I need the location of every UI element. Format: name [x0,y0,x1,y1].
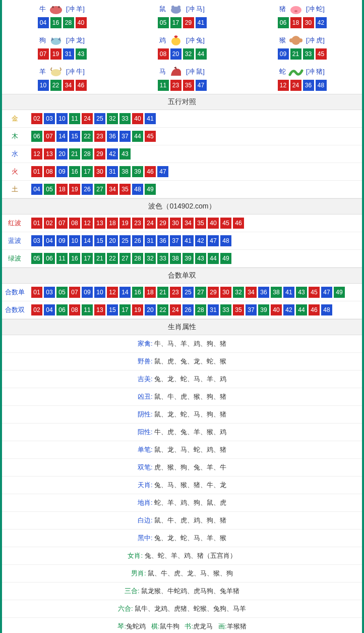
attr-value: 鼠、牛、虎、龙、马、猴、狗 [148,569,233,577]
num-badge: 36 [157,235,168,246]
row-label: 蓝波 [2,236,27,245]
num-badge: 23 [94,131,105,142]
rooster-icon [167,34,185,46]
num-badge: 19 [119,218,131,229]
num-badge: 34 [246,287,257,298]
zodiac-cell-monkey: 猴 [冲 虎] 09213345 [242,31,362,63]
svg-point-5 [177,6,180,9]
num-badge: 39 [132,166,143,177]
num-badge: 48 [321,304,332,315]
attr-label: 野兽: [138,357,153,365]
qin-label: 琴: [117,622,126,630]
num-badge: 43 [195,253,206,264]
num-badge: 32 [107,113,118,124]
num-badge: 12 [82,218,93,229]
attr-row: 阳性: 牛、虎、兔、羊、猴、鸡 [2,424,362,441]
svg-point-2 [58,6,60,8]
num-badge: 09 [56,235,68,246]
zodiac-cell-rat: 鼠 [冲 马] 05172941 [122,0,242,31]
num-badge: 09 [56,166,68,177]
zodiac-name: 猴 [279,36,286,45]
shu-label: 书: [185,622,193,630]
attr-label: 六合: [118,605,133,612]
num-badge: 05 [56,287,68,298]
zodiac-cell-pig: 猪 [冲 蛇] 06183042 [242,0,362,31]
shu-val: 虎龙马 [193,622,213,630]
attr-label: 阴性: [138,410,153,418]
num-badge: 23 [170,80,181,91]
num-badge: 34 [183,218,194,229]
num-badge: 24 [145,218,156,229]
num-badge: 10 [56,113,68,124]
num-badge: 42 [107,148,118,160]
heshu-header: 合数单双 [2,268,362,284]
svg-point-12 [298,38,302,42]
zodiac-clash: [冲 虎] [306,36,325,45]
attr-label: 凶丑: [138,393,153,400]
num-badge: 34 [107,184,118,195]
num-badge: 35 [233,304,244,315]
row-label: 木 [2,132,27,141]
num-badge: 48 [316,80,327,91]
table-row: 木06071415222336374445 [2,128,362,145]
num-badge: 19 [69,184,80,195]
horse-icon [167,66,185,78]
num-badge: 16 [132,287,143,298]
num-badge: 04 [44,304,55,315]
num-badge: 17 [82,253,93,264]
num-badge: 29 [157,218,168,229]
attr-value: 虎、猴、狗、兔、羊、牛 [154,463,226,471]
num-badge: 13 [44,148,55,160]
num-badge: 21 [290,48,301,60]
num-badge: 37 [119,131,131,142]
attr-label: 三合: [125,587,140,595]
num-badge: 19 [132,304,143,315]
num-badge: 41 [196,17,207,28]
num-badge: 44 [196,48,207,60]
zodiac-name: 猪 [279,5,286,14]
num-badge: 46 [309,304,320,315]
zodiac-name: 鸡 [159,36,166,45]
svg-point-7 [294,10,297,12]
row-label: 水 [2,149,27,159]
num-badge: 42 [283,304,294,315]
attr-value: 鼠、虎、兔、龙、蛇、猴 [154,357,226,365]
num-badge: 41 [145,113,156,124]
num-badge: 28 [63,17,74,28]
svg-point-0 [50,6,62,14]
num-badge: 22 [82,131,93,142]
num-badge: 03 [31,235,42,246]
num-badge: 17 [170,17,181,28]
num-badge: 46 [76,80,87,91]
qi-val: 鼠牛狗 [160,622,179,630]
num-badge: 01 [31,166,42,177]
row-label: 火 [2,167,27,176]
attr-label: 黑中: [138,534,153,542]
table-row: 火0108091617303138394647 [2,163,362,181]
num-badge: 44 [208,253,219,264]
num-badge: 33 [119,113,131,124]
num-badge: 14 [56,131,68,142]
attr-value: 牛、马、羊、鸡、狗、猪 [154,340,226,347]
num-badge: 20 [56,148,68,160]
num-badge: 30 [94,166,105,177]
zodiac-clash: [冲 蛇] [306,5,325,14]
num-badge: 18 [145,287,156,298]
num-badge: 26 [132,235,143,246]
num-badge: 37 [170,235,181,246]
num-badge: 35 [183,80,194,91]
num-badge: 04 [38,17,49,28]
num-badge: 15 [69,131,80,142]
num-badge: 40 [271,304,282,315]
num-badge: 05 [158,17,169,28]
num-badge: 26 [183,304,194,315]
table-row: 土04051819262734354849 [2,181,362,198]
num-badge: 32 [145,253,156,264]
table-row: 金02031011242532334041 [2,110,362,128]
zodiac-clash: [冲 牛] [66,67,85,76]
num-badge: 23 [132,218,143,229]
num-badge: 22 [107,253,118,264]
zodiac-clash: [冲 马] [186,5,205,14]
num-badge: 24 [170,304,181,315]
num-badge: 18 [107,218,118,229]
